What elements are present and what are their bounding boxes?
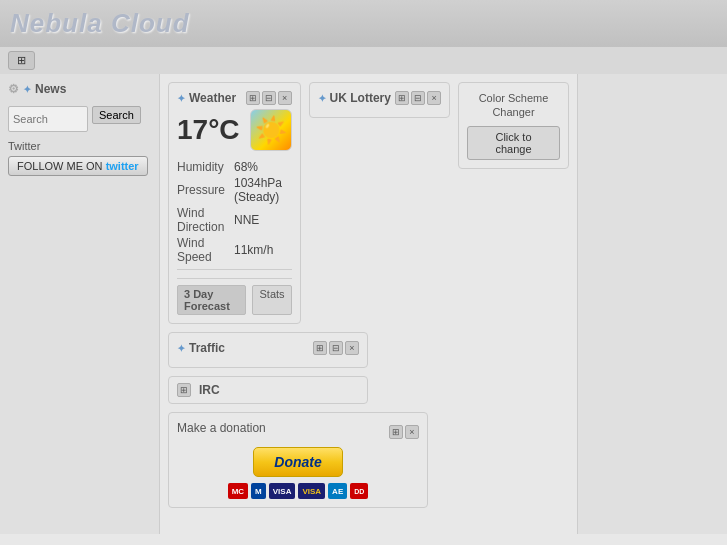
wind-dir-label: Wind Direction	[177, 205, 234, 235]
lottery-label: UK Lottery	[330, 91, 391, 105]
mastercard-icon: MC	[228, 483, 248, 499]
twitter-section: Twitter FOLLOW ME ON twitter	[8, 140, 151, 176]
weather-label: Weather	[189, 91, 236, 105]
topbar: ⊞	[0, 47, 727, 74]
lottery-ctrl-2[interactable]: ⊟	[411, 91, 425, 105]
donate-controls: ⊞ ×	[389, 425, 419, 439]
maestro-icon: M	[251, 483, 266, 499]
weather-ctrl-2[interactable]: ⊟	[262, 91, 276, 105]
paypal-donate-button[interactable]: Donate	[253, 447, 342, 477]
click-to-change-button[interactable]: Click to change	[467, 126, 560, 160]
follow-text: FOLLOW ME ON	[17, 160, 103, 172]
topbar-button[interactable]: ⊞	[8, 51, 35, 70]
traffic-star: ✦	[177, 343, 185, 354]
weather-subtab-stats[interactable]: Stats	[252, 285, 291, 315]
donate-widget: Make a donation ⊞ × Donate MC M VISA VIS…	[168, 412, 428, 508]
weather-temperature: 17°C	[177, 114, 240, 146]
weather-ctrl-3[interactable]: ×	[278, 91, 292, 105]
traffic-ctrl-1[interactable]: ⊞	[313, 341, 327, 355]
news-star: ✦	[23, 84, 31, 95]
pressure-value: 1034hPa (Steady)	[234, 175, 292, 205]
weather-star: ✦	[177, 93, 185, 104]
humidity-value: 68%	[234, 159, 292, 175]
traffic-controls: ⊞ ⊟ ×	[313, 341, 359, 355]
weather-ctrl-1[interactable]: ⊞	[246, 91, 260, 105]
widget-row-3: ⊞ IRC	[168, 376, 569, 404]
sidebar-news-section: ⚙ ✦ News	[8, 82, 151, 96]
news-spinner: ⚙	[8, 82, 19, 96]
lottery-widget: ✦ UK Lottery ⊞ ⊟ ×	[309, 82, 450, 118]
twitter-brand: twitter	[106, 160, 139, 172]
right-panel	[577, 74, 727, 534]
sidebar-search-area: Search	[8, 106, 151, 132]
widget-row-1: ✦ Weather ⊞ ⊟ × 17°C ☀️	[168, 82, 569, 324]
logo: Nebula Cloud	[10, 8, 190, 39]
donate-title: Make a donation	[177, 421, 266, 435]
traffic-widget-header: ✦ Traffic ⊞ ⊟ ×	[177, 341, 359, 355]
lottery-controls: ⊞ ⊟ ×	[395, 91, 441, 105]
traffic-ctrl-3[interactable]: ×	[345, 341, 359, 355]
humidity-row: Humidity 68%	[177, 159, 292, 175]
news-label: News	[35, 82, 66, 96]
traffic-ctrl-2[interactable]: ⊟	[329, 341, 343, 355]
traffic-label: Traffic	[189, 341, 225, 355]
lottery-star: ✦	[318, 93, 326, 104]
header: Nebula Cloud	[0, 0, 727, 47]
humidity-label: Humidity	[177, 159, 234, 175]
wind-speed-row: Wind Speed 11km/h	[177, 235, 292, 265]
wind-dir-row: Wind Direction NNE	[177, 205, 292, 235]
weather-subtab-forecast[interactable]: 3 Day Forecast	[177, 285, 246, 315]
pressure-label: Pressure	[177, 175, 234, 205]
donate-ctrl-1[interactable]: ⊞	[389, 425, 403, 439]
weather-widget: ✦ Weather ⊞ ⊟ × 17°C ☀️	[168, 82, 301, 324]
visa-icon: VISA	[269, 483, 296, 499]
irc-label: IRC	[199, 383, 220, 397]
visa-debit-icon: VISA	[298, 483, 325, 499]
twitter-label: Twitter	[8, 140, 151, 152]
weather-subtabs: 3 Day Forecast Stats	[177, 278, 292, 315]
lottery-title: ✦ UK Lottery	[318, 91, 391, 105]
lottery-ctrl-1[interactable]: ⊞	[395, 91, 409, 105]
direct-debit-icon: DD	[350, 483, 368, 499]
lottery-ctrl-3[interactable]: ×	[427, 91, 441, 105]
widget-row-2: ✦ Traffic ⊞ ⊟ ×	[168, 332, 569, 368]
main-layout: ⚙ ✦ News Search Twitter FOLLOW ME ON twi…	[0, 74, 727, 534]
search-input[interactable]	[8, 106, 88, 132]
wind-dir-value: NNE	[234, 205, 292, 235]
donate-btn-area: Donate MC M VISA VISA AE DD	[177, 447, 419, 499]
wind-speed-label: Wind Speed	[177, 235, 234, 265]
traffic-title: ✦ Traffic	[177, 341, 225, 355]
amex-icon: AE	[328, 483, 347, 499]
twitter-follow-button[interactable]: FOLLOW ME ON twitter	[8, 156, 148, 176]
traffic-widget: ✦ Traffic ⊞ ⊟ ×	[168, 332, 368, 368]
search-button[interactable]: Search	[92, 106, 141, 124]
weather-main: 17°C ☀️	[177, 109, 292, 151]
sidebar: ⚙ ✦ News Search Twitter FOLLOW ME ON twi…	[0, 74, 160, 534]
wind-speed-value: 11km/h	[234, 235, 292, 265]
donate-widget-header: Make a donation ⊞ ×	[177, 421, 419, 443]
sidebar-news-title: ⚙ ✦ News	[8, 82, 151, 96]
weather-controls: ⊞ ⊟ ×	[246, 91, 292, 105]
irc-widget: ⊞ IRC	[168, 376, 368, 404]
weather-icon: ☀️	[250, 109, 292, 151]
weather-details: Humidity 68% Pressure 1034hPa (Steady) W…	[177, 159, 292, 265]
payment-icons: MC M VISA VISA AE DD	[228, 483, 369, 499]
weather-widget-header: ✦ Weather ⊞ ⊟ ×	[177, 91, 292, 105]
sun-icon: ☀️	[255, 115, 287, 146]
lottery-widget-header: ✦ UK Lottery ⊞ ⊟ ×	[318, 91, 441, 105]
weather-separator	[177, 269, 292, 270]
widget-row-donate: Make a donation ⊞ × Donate MC M VISA VIS…	[168, 412, 569, 508]
irc-ctrl[interactable]: ⊞	[177, 383, 191, 397]
pressure-row: Pressure 1034hPa (Steady)	[177, 175, 292, 205]
color-scheme-title: Color Scheme Changer	[467, 91, 560, 120]
donate-ctrl-2[interactable]: ×	[405, 425, 419, 439]
weather-title: ✦ Weather	[177, 91, 236, 105]
color-scheme-widget: Color Scheme Changer Click to change	[458, 82, 569, 169]
content-area: ✦ Weather ⊞ ⊟ × 17°C ☀️	[160, 74, 577, 534]
